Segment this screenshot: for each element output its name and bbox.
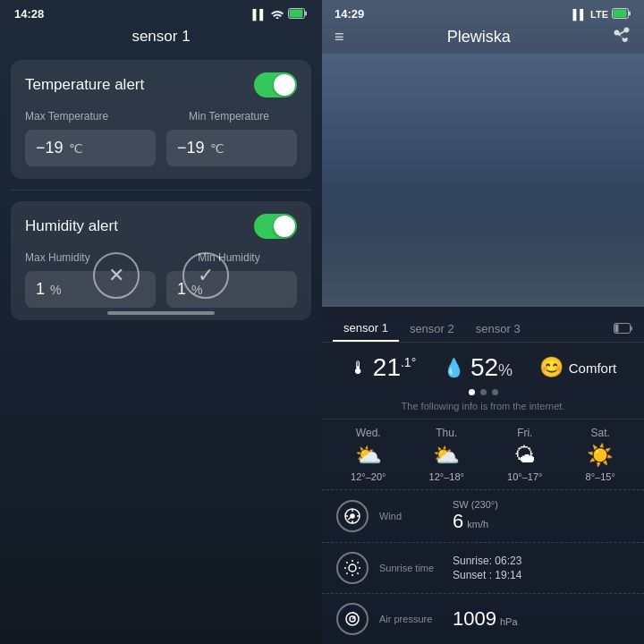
left-panel: 14:28 ▌▌ sensor 1 [0,0,322,644]
pressure-unit: hPa [500,616,518,627]
wed-range: 12°–20° [351,471,386,482]
divider [11,190,311,191]
svg-line-22 [357,572,358,573]
humidity-toggle[interactable] [254,214,297,239]
thu-icon: ⛅ [433,443,460,468]
wifi-icon [270,8,284,21]
min-temp-input[interactable]: −19 ℃ [166,130,297,166]
temp-decimal: .1° [401,355,416,369]
sensor-tabs: sensor 1 sensor 2 sensor 3 [322,307,644,343]
confirm-icon: ✓ [198,264,214,287]
sensor-tab-1[interactable]: sensor 1 [333,316,399,342]
sat-icon: ☀️ [587,443,614,468]
max-temp-input[interactable]: −19 ℃ [25,130,156,166]
share-icon[interactable] [614,26,631,48]
comfort-label: Comfort [569,360,616,376]
dot-1[interactable] [469,389,475,395]
temperature-reading: 🌡 21.1° [350,353,416,382]
internet-notice: The following info is from the internet. [322,399,644,419]
svg-line-24 [346,572,347,573]
sunrise-label: Sunrise time [379,563,442,573]
sunrise-detail: Sunrise: 06:23 Sunset : 19:14 [453,555,521,581]
temperature-labels: Max Temperature Min Temperature [25,110,297,123]
forecast-fri: Fri. 🌤 10°–17° [507,427,542,482]
forecast-thu: Thu. ⛅ 12°–18° [429,427,464,482]
status-bar-right: 14:29 ▌▌ LTE [322,0,644,24]
wind-value: 6 [453,510,463,533]
temperature-value: 21.1° [373,353,416,382]
pressure-value: 1009 [453,607,496,631]
cancel-button[interactable]: ✕ [93,252,140,299]
svg-line-21 [346,562,347,563]
max-temp-value: −19 [36,139,64,157]
sensor-tab-2[interactable]: sensor 2 [399,317,465,341]
hamburger-icon[interactable]: ≡ [335,28,344,47]
fri-range: 10°–17° [507,471,542,482]
sunrise-icon-wrap [336,552,369,584]
confirm-button[interactable]: ✓ [182,252,229,299]
wind-row: Wind SW (230°) 6 km/h [322,489,644,542]
wind-direction: SW (230°) [453,499,630,510]
fri-label: Fri. [517,427,532,439]
status-bar-left: 14:28 ▌▌ [0,0,322,24]
fri-icon: 🌤 [514,443,536,468]
page-title-left: sensor 1 [0,24,322,60]
signal-icon-right: ▌▌ [572,9,587,20]
humidity-reading: 💧 52% [443,353,513,382]
temperature-alert-section: Temperature alert Max Temperature Min Te… [11,60,311,179]
temperature-toggle[interactable] [254,72,297,97]
time-left: 14:28 [14,7,44,21]
status-icons-right: ▌▌ LTE [572,8,631,21]
time-right: 14:29 [335,7,364,21]
sat-label: Sat. [591,427,610,439]
wind-detail: SW (230°) 6 km/h [453,499,630,533]
battery-icon-right [612,8,631,21]
min-temp-unit: ℃ [210,141,225,156]
wed-icon: ⛅ [355,443,382,468]
thu-label: Thu. [436,427,457,439]
humidity-alert-title: Humidity alert [25,217,118,235]
forecast-wed: Wed. ⛅ 12°–20° [351,427,386,482]
left-content: 14:28 ▌▌ sensor 1 [0,0,322,320]
weather-card: sensor 1 sensor 2 sensor 3 🌡 21.1° [322,307,644,644]
temperature-alert-header: Temperature alert [25,72,297,97]
main-readings: 🌡 21.1° 💧 52% 😊 Comfort [322,343,644,386]
svg-rect-1 [290,9,303,17]
wind-label: Wind [379,511,442,521]
svg-rect-2 [305,11,307,15]
thu-range: 12°–18° [429,471,464,482]
forecast-row: Wed. ⛅ 12°–20° Thu. ⛅ 12°–18° Fri. 🌤 10°… [322,419,644,489]
thermometer-icon: 🌡 [350,358,368,378]
svg-line-23 [357,562,358,563]
sunrise-row: Sunrise time Sunrise: 06:23 Sunset : 19:… [322,542,644,593]
humidity-alert-header: Humidity alert [25,214,297,239]
humidity-value: 52% [470,353,513,382]
svg-rect-4 [614,9,627,17]
wind-unit: km/h [467,519,488,530]
min-temp-value: −19 [177,139,205,157]
max-temp-label: Max Temperature [25,110,161,123]
svg-rect-5 [629,11,631,15]
right-panel: 14:29 ▌▌ LTE ≡ Plewiska [322,0,644,644]
sensor-tab-3[interactable]: sensor 3 [465,317,531,341]
humidity-icon: 💧 [443,357,465,378]
battery-icon-left [288,8,308,21]
dot-2[interactable] [480,389,487,395]
comfort-badge: 😊 Comfort [539,356,616,379]
dot-indicators [322,386,644,399]
city-title: Plewiska [447,28,511,47]
humidity-int: 52 [470,353,498,381]
pressure-row: Air pressure 1009 hPa [322,593,644,644]
home-indicator-left [107,311,215,315]
right-content: 14:29 ▌▌ LTE ≡ Plewiska [322,0,644,644]
bottom-buttons: ✕ ✓ [0,252,322,299]
min-temp-label: Min Temperature [161,110,297,123]
temperature-inputs: −19 ℃ −19 ℃ [25,130,297,166]
max-temp-unit: ℃ [69,141,83,156]
dot-3[interactable] [492,389,498,395]
network-label: LTE [590,9,608,20]
svg-rect-8 [631,326,632,330]
temp-int: 21 [373,353,401,381]
smiley-icon: 😊 [539,356,564,379]
top-nav: ≡ Plewiska [322,24,644,55]
